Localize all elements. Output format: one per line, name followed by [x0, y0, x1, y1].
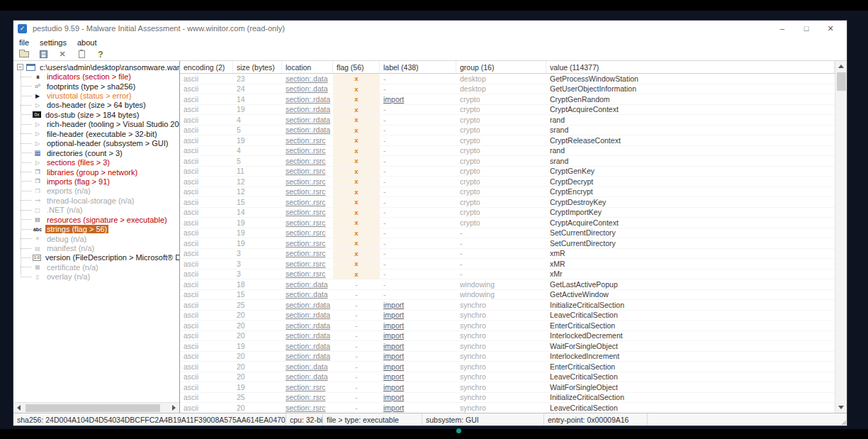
tree-item-rich-header[interactable]: ▷rich-header (tooling > Visual Studio 20…	[13, 120, 179, 129]
cell-location-link[interactable]: section:.rdata	[282, 105, 333, 115]
cell-location-link[interactable]: section:.rsrc	[282, 146, 333, 156]
cell-location-link[interactable]: section:.rsrc	[282, 238, 333, 248]
cell-location-link[interactable]: section:.rsrc	[282, 403, 333, 413]
scroll-left-arrow-icon[interactable]	[13, 403, 24, 413]
save-button[interactable]	[38, 50, 49, 60]
tree-item-file-header[interactable]: ▷file-header (executable > 32-bit)	[13, 129, 179, 138]
column-header-label[interactable]: label (438)	[380, 61, 456, 73]
table-row[interactable]: ascii4section:.rsrcx-cryptorand	[180, 146, 835, 157]
cell-location-link[interactable]: section:.rdata	[282, 300, 333, 310]
table-row[interactable]: ascii18section:.data--windowingGetLastAc…	[180, 279, 835, 290]
tree-item-imports[interactable]: ❒imports (flag > 91)	[13, 177, 179, 186]
cell-location-link[interactable]: section:.rdata	[282, 331, 333, 341]
vscrollbar-thumb[interactable]	[837, 72, 846, 91]
tree-item-manifest[interactable]: ▤manifest (n/a)	[13, 243, 179, 252]
cell-label-link[interactable]: import	[380, 393, 456, 403]
table-row[interactable]: ascii20section:.rdata-importsynchroInter…	[180, 331, 835, 342]
tree-item-debug[interactable]: ✳debug (n/a)	[13, 234, 179, 243]
cell-location-link[interactable]: section:.rsrc	[282, 135, 333, 145]
tree-item-dotnet[interactable]: ▢.NET (n/a)	[13, 206, 179, 215]
cell-label-link[interactable]: import	[380, 382, 456, 392]
cell-location-link[interactable]: section:.rsrc	[282, 177, 333, 187]
scroll-down-arrow-icon[interactable]	[835, 402, 847, 413]
tree-item-sections[interactable]: ▷sections (files > 3)	[13, 157, 179, 167]
table-row[interactable]: ascii3section:.rsrcx--xmR	[180, 249, 835, 260]
menu-settings[interactable]: settings	[40, 38, 67, 47]
cell-location-link[interactable]: section:.rdata	[282, 341, 333, 351]
table-row[interactable]: ascii25section:.rdata-importsynchroIniti…	[180, 300, 835, 311]
table-row[interactable]: ascii25section:.rsrc-importsynchroInitia…	[180, 393, 835, 404]
cell-label-link[interactable]: import	[380, 403, 456, 413]
table-row[interactable]: ascii19section:.rdata-importsynchroWaitF…	[180, 341, 835, 352]
cell-label-link[interactable]: import	[380, 362, 456, 372]
table-row[interactable]: ascii15section:.data--windowingGetActive…	[180, 290, 835, 301]
scroll-right-arrow-icon[interactable]	[169, 403, 179, 413]
cell-location-link[interactable]: section:.rdata	[282, 352, 333, 362]
tree-item-overlay[interactable]: ▯overlay (n/a)	[13, 272, 179, 282]
cell-location-link[interactable]: section:.data	[282, 362, 333, 372]
cell-label-link[interactable]: import	[380, 321, 456, 330]
tree-item-optional-header[interactable]: ▷optional-header (subsystem > GUI)	[13, 139, 179, 148]
resize-grip[interactable]	[840, 419, 846, 425]
tree-item-footprints[interactable]: oºfootprints (type > sha256)	[13, 82, 179, 91]
table-row[interactable]: ascii15section:.rsrcx-cryptoCryptDestroy…	[180, 197, 835, 208]
table-row[interactable]: ascii20section:.rdata-importsynchroLeave…	[180, 311, 835, 321]
table-vscrollbar[interactable]	[835, 61, 847, 413]
cell-location-link[interactable]: section:.rsrc	[282, 259, 333, 269]
help-button[interactable]: ?	[95, 50, 106, 60]
cell-location-link[interactable]: section:.rsrc	[282, 167, 333, 177]
tree-item-resources[interactable]: ▤resources (signature > executable)	[13, 215, 179, 224]
cell-location-link[interactable]: section:.rsrc	[282, 208, 333, 218]
tree-item-dos-header[interactable]: ▷dos-header (size > 64 bytes)	[13, 101, 179, 110]
column-header-encoding[interactable]: encoding (2)	[180, 61, 233, 73]
column-header-value[interactable]: value (114377)	[546, 61, 835, 73]
table-row[interactable]: ascii24section:.datax-desktopGetUserObje…	[180, 84, 835, 95]
table-row[interactable]: ascii3section:.rsrcx--xMR	[180, 259, 835, 269]
cell-label-link[interactable]: import	[380, 94, 456, 104]
cell-location-link[interactable]: section:.rsrc	[282, 269, 333, 279]
column-header-size[interactable]: size (bytes)	[233, 61, 282, 73]
table-row[interactable]: ascii14section:.rdataximportcryptoCryptG…	[180, 94, 835, 105]
tree-item-virustotal[interactable]: ▶virustotal (status > error)	[13, 91, 179, 100]
cell-location-link[interactable]: section:.data	[282, 74, 333, 84]
copy-button[interactable]	[76, 50, 87, 60]
table-row[interactable]: ascii14section:.rsrcx-cryptoCryptImportK…	[180, 208, 835, 218]
column-header-group[interactable]: group (16)	[456, 61, 546, 73]
cell-location-link[interactable]: section:.rsrc	[282, 228, 333, 238]
column-header-flag[interactable]: flag (56)	[333, 61, 380, 73]
table-row[interactable]: ascii19section:.rsrcx-cryptoCryptRelease…	[180, 135, 835, 146]
scroll-up-arrow-icon[interactable]	[835, 61, 847, 72]
table-row[interactable]: ascii20section:.rdata-importsynchroInter…	[180, 352, 835, 362]
cell-location-link[interactable]: section:.data	[282, 84, 333, 94]
tree-item-thread-local-storage[interactable]: ⊸thread-local-storage (n/a)	[13, 196, 179, 205]
table-row[interactable]: ascii19section:.rsrcx--SetCurrentDirecto…	[180, 238, 835, 249]
cell-location-link[interactable]: section:.rdata	[282, 94, 333, 104]
close-file-button[interactable]: ✕	[57, 50, 68, 60]
table-row[interactable]: ascii19section:.rdatax-cryptoCryptAcquir…	[180, 105, 835, 116]
table-row[interactable]: ascii20section:.data-importsynchroEnterC…	[180, 362, 835, 372]
tree-hscrollbar[interactable]	[13, 402, 179, 413]
cell-location-link[interactable]: section:.rdata	[282, 126, 333, 135]
menu-about[interactable]: about	[77, 38, 97, 47]
table-row[interactable]: ascii5section:.rsrcx-cryptosrand	[180, 156, 835, 167]
table-row[interactable]: ascii23section:.datax-desktopGetProcessW…	[180, 74, 835, 84]
column-header-location[interactable]: location	[282, 61, 333, 73]
tree-item-exports[interactable]: ❒exports (n/a)	[13, 187, 179, 196]
table-row[interactable]: ascii12section:.rsrcx-cryptoCryptDecrypt	[180, 177, 835, 187]
maximize-button[interactable]: □	[794, 24, 818, 33]
cell-location-link[interactable]: section:.rdata	[282, 115, 333, 125]
table-row[interactable]: ascii19section:.rsrcx-cryptoCryptAcquire…	[180, 218, 835, 228]
tree-item-dos-stub[interactable]: 0xdos-stub (size > 184 bytes)	[13, 110, 179, 119]
cell-location-link[interactable]: section:.data	[282, 290, 333, 300]
tree-item-version[interactable]: 1.0version (FileDescription > Microsoft®…	[13, 253, 179, 262]
open-file-button[interactable]	[18, 50, 30, 60]
cell-location-link[interactable]: section:.rsrc	[282, 197, 333, 207]
cell-location-link[interactable]: section:.rsrc	[282, 187, 333, 197]
cell-location-link[interactable]: section:.rsrc	[282, 218, 333, 228]
tree-item-indicators[interactable]: ılıindicators (section > file)	[13, 72, 179, 81]
cell-location-link[interactable]: section:.rsrc	[282, 156, 333, 166]
cell-location-link[interactable]: section:.rdata	[282, 311, 333, 321]
table-row[interactable]: ascii12section:.rsrcx-cryptoCryptEncrypt	[180, 187, 835, 198]
cell-location-link[interactable]: section:.rsrc	[282, 393, 333, 403]
table-row[interactable]: ascii11section:.rsrcx-cryptoCryptGenKey	[180, 167, 835, 177]
